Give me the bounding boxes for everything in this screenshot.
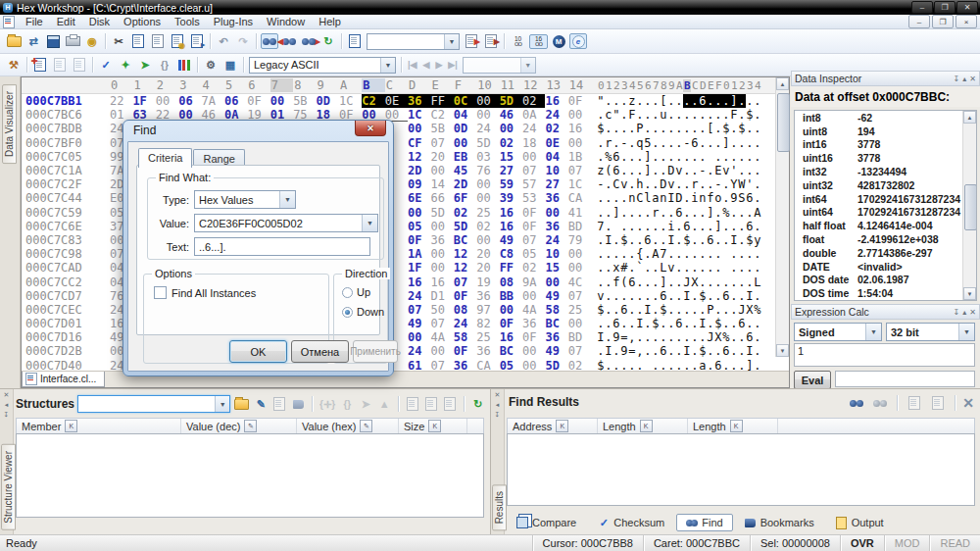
open-library-button[interactable] xyxy=(234,396,249,412)
chevron-down-icon[interactable]: ▼ xyxy=(444,34,459,49)
find-dialog[interactable]: Find ✕ Criteria Range Find What: Type: H… xyxy=(122,120,394,376)
direction-up-radio[interactable]: Up xyxy=(342,286,370,298)
pencil-icon[interactable]: ✎ xyxy=(244,420,257,432)
hex-byte[interactable]: 07 xyxy=(408,303,430,317)
hex-byte[interactable]: 36 xyxy=(430,233,453,247)
expression-input[interactable]: 1 xyxy=(794,343,975,367)
inspector-row[interactable]: DATE<invalid> xyxy=(795,260,976,274)
hex-byte[interactable]: 12 xyxy=(454,261,476,275)
hex-byte[interactable]: 18 xyxy=(522,136,545,150)
document-tab[interactable]: Interface.cl... xyxy=(22,372,105,387)
radio-checked-icon[interactable] xyxy=(342,307,353,318)
hex-byte[interactable]: 14 xyxy=(430,177,453,191)
intel-byte-order-button[interactable]: e xyxy=(569,33,587,49)
collapse-icon[interactable]: ▴ xyxy=(962,308,966,317)
status-ovr[interactable]: OVR xyxy=(840,535,884,551)
menu-plugins[interactable]: Plug-Ins xyxy=(207,15,260,28)
collapse-icon[interactable]: ▴ xyxy=(962,75,966,83)
hex-byte[interactable]: 16 xyxy=(500,206,522,220)
find-in-files-button[interactable]: ◉ xyxy=(83,33,101,49)
hex-byte[interactable]: 00 xyxy=(476,233,499,247)
apply-structure-button[interactable]: ➤ xyxy=(136,57,154,73)
hex-byte[interactable]: 1F xyxy=(408,261,430,275)
sign-select[interactable]: Signed ▼ xyxy=(794,323,882,341)
hex-byte[interactable]: 00 xyxy=(476,94,499,108)
hex-byte[interactable]: 16 xyxy=(408,276,430,289)
hex-byte[interactable]: 50 xyxy=(430,303,453,317)
hex-byte[interactable]: 0F xyxy=(454,344,476,358)
inspector-row[interactable]: half float4.1246414e-004 xyxy=(795,219,976,232)
goto-forward-button[interactable]: ▶ xyxy=(463,33,480,49)
find-results-col-length[interactable]: LengthK xyxy=(688,419,778,433)
hex-byte[interactable]: 7A xyxy=(202,94,224,108)
hex-byte[interactable]: 08 xyxy=(454,303,476,317)
hex-byte[interactable]: 00 xyxy=(408,122,430,135)
results-tab-output[interactable]: Output xyxy=(826,514,894,531)
copy-minus-button[interactable] xyxy=(443,396,457,412)
hex-byte[interactable]: 45 xyxy=(454,164,476,177)
inspector-scrollbar[interactable]: ▲ ▼ xyxy=(962,111,976,300)
hex-byte[interactable]: EB xyxy=(454,150,476,164)
inspector-row[interactable]: int32-13234494 xyxy=(795,165,976,178)
hex-byte[interactable]: 05 xyxy=(522,247,545,261)
hex-byte[interactable]: 0F xyxy=(522,220,545,233)
results-tab-checksum[interactable]: ✓Checksum xyxy=(588,514,674,531)
hex-byte[interactable]: C2 xyxy=(430,108,453,122)
hex-byte[interactable]: 02 xyxy=(500,136,522,150)
hex-byte[interactable]: 00 xyxy=(500,122,522,135)
hex-byte[interactable]: 00 xyxy=(408,330,430,344)
hex-byte[interactable]: 5D xyxy=(430,206,453,220)
hex-byte[interactable]: 16 xyxy=(430,276,453,289)
hex-byte[interactable]: 25 xyxy=(476,206,499,220)
hex-byte[interactable]: 1F xyxy=(132,94,155,108)
view-source-button[interactable] xyxy=(272,396,286,412)
dialog-close-button[interactable]: ✕ xyxy=(355,121,386,136)
hex-byte[interactable]: 57 xyxy=(522,177,545,191)
tab-structure-viewer[interactable]: Structure Viewer xyxy=(1,444,16,530)
copy-result-button[interactable] xyxy=(906,395,923,411)
print-button[interactable] xyxy=(64,33,81,49)
edit-structure-button[interactable]: ✎ xyxy=(254,396,268,412)
hex-byte[interactable]: 79 xyxy=(568,233,591,247)
hex-byte[interactable]: 00 xyxy=(454,136,476,150)
paste-button[interactable] xyxy=(149,33,167,49)
hex-byte[interactable]: 1C xyxy=(568,177,591,191)
hex-byte[interactable]: 82 xyxy=(476,317,499,330)
hex-byte[interactable]: 20 xyxy=(476,247,499,261)
hex-byte[interactable]: 02 xyxy=(545,122,567,135)
hex-byte[interactable]: 03 xyxy=(476,150,499,164)
hex-byte[interactable]: 0E xyxy=(385,94,408,108)
refresh-button[interactable]: ↻ xyxy=(471,396,485,412)
base10-toggle[interactable]: 10oo xyxy=(509,34,527,49)
close-icon[interactable]: ✕ xyxy=(495,391,501,399)
menu-edit[interactable]: Edit xyxy=(50,15,82,28)
hex-byte[interactable]: 00 xyxy=(430,164,453,177)
hex-byte[interactable]: 5D xyxy=(500,94,522,108)
hex-byte[interactable]: 07 xyxy=(568,289,591,303)
statistics-button[interactable] xyxy=(175,57,193,73)
inspector-row[interactable]: DOS date02.06.1987 xyxy=(795,274,976,287)
hex-byte[interactable]: 5D xyxy=(454,220,476,233)
hex-byte[interactable]: 1C xyxy=(339,94,362,108)
paste-as-new-button[interactable]: ✚ xyxy=(31,57,49,73)
hex-byte[interactable]: 27 xyxy=(500,164,522,177)
chevron-down-icon[interactable]: ▼ xyxy=(520,58,535,73)
cut-button[interactable]: ✂ xyxy=(110,33,127,49)
hex-byte[interactable]: 00 xyxy=(522,289,545,303)
hex-byte[interactable]: 07 xyxy=(430,136,453,150)
hex-byte[interactable]: 6E xyxy=(408,191,430,205)
pencil-icon[interactable]: ✎ xyxy=(360,420,372,432)
hex-byte[interactable]: 07 xyxy=(522,233,545,247)
hex-byte[interactable]: 36 xyxy=(476,289,499,303)
hex-byte[interactable]: 58 xyxy=(545,303,567,317)
remove-member-button[interactable]: {} xyxy=(340,396,354,412)
find-results-search-button[interactable] xyxy=(848,395,865,411)
hex-byte[interactable]: 49 xyxy=(545,289,567,303)
hex-byte[interactable]: BC xyxy=(500,344,522,358)
find-next-button[interactable]: ▶ xyxy=(300,33,318,49)
close-button[interactable]: ✕ xyxy=(956,1,978,14)
tab-criteria[interactable]: Criteria xyxy=(138,148,192,168)
inspector-row[interactable]: uint64170292416731287234 xyxy=(795,206,976,220)
hex-byte[interactable]: 24 xyxy=(454,317,476,330)
mdi-minimize-button[interactable]: – xyxy=(908,15,930,28)
